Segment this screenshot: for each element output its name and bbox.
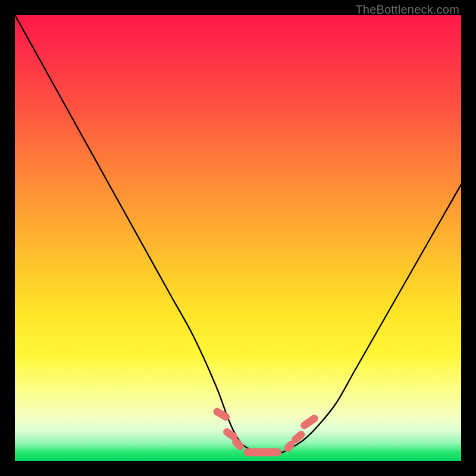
curve-markers <box>212 406 320 456</box>
curve-marker <box>212 406 231 422</box>
plot-area <box>15 15 461 461</box>
bottleneck-curve <box>15 15 461 453</box>
curve-marker <box>243 448 281 456</box>
watermark-text: TheBottleneck.com <box>355 3 459 17</box>
chart-frame: TheBottleneck.com <box>0 0 476 476</box>
chart-svg <box>15 15 461 461</box>
